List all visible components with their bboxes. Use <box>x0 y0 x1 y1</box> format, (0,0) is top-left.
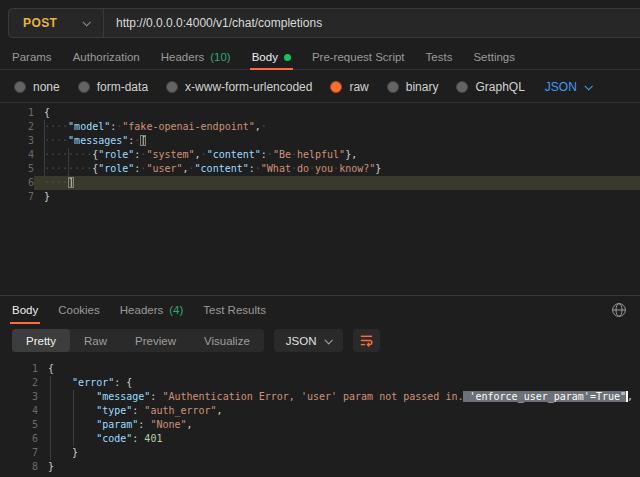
response-tab-cookies[interactable]: Cookies <box>58 296 100 323</box>
body-type-label: none <box>33 80 60 94</box>
radio-icon <box>14 81 26 93</box>
line-number: 1 <box>0 106 34 120</box>
view-pretty[interactable]: Pretty <box>12 329 70 352</box>
body-type-form-data[interactable]: form-data <box>78 80 148 94</box>
code-line[interactable]: 1{ <box>0 362 640 376</box>
chevron-down-icon <box>325 336 333 344</box>
code-text: { <box>38 362 640 376</box>
body-format-dropdown[interactable]: JSON <box>545 80 591 94</box>
code-text: "param": "None", <box>38 418 640 432</box>
code-text: "error": { <box>38 376 640 390</box>
code-line[interactable]: 1{ <box>0 106 640 120</box>
response-tab-headers[interactable]: Headers(4) <box>120 296 184 323</box>
code-line[interactable]: 8} <box>0 460 640 474</box>
code-text: ····"messages":·[ <box>34 134 640 148</box>
body-type-x-www-form-urlencoded[interactable]: x-www-form-urlencoded <box>166 80 312 94</box>
body-type-row: noneform-datax-www-form-urlencodedrawbin… <box>0 71 640 103</box>
line-number: 6 <box>0 176 34 190</box>
code-line[interactable]: 4········{"role":·"system",·"content":·"… <box>0 148 640 162</box>
request-tab-tests[interactable]: Tests <box>426 45 453 69</box>
network-globe-icon[interactable] <box>610 301 628 319</box>
line-number: 8 <box>0 460 38 474</box>
response-toolbar: PrettyRawPreviewVisualize JSON <box>12 329 628 352</box>
code-line[interactable]: 3 "message": "Authentication Error, 'use… <box>0 390 640 404</box>
body-type-label: raw <box>349 80 368 94</box>
chevron-down-icon <box>82 18 90 26</box>
code-line[interactable]: 5 "param": "None", <box>0 418 640 432</box>
response-body-editor[interactable]: 1{2 "error": {3 "message": "Authenticati… <box>0 358 640 477</box>
request-tab-settings[interactable]: Settings <box>473 45 515 69</box>
line-number: 3 <box>0 134 34 148</box>
response-code: 1{2 "error": {3 "message": "Authenticati… <box>0 362 640 474</box>
code-text: } <box>38 460 640 474</box>
code-line[interactable]: 2 "error": { <box>0 376 640 390</box>
code-text: "message": "Authentication Error, 'user'… <box>38 390 640 404</box>
line-number: 4 <box>0 148 34 162</box>
line-number: 6 <box>0 432 38 446</box>
line-number: 4 <box>0 404 38 418</box>
code-text: "type": "auth_error", <box>38 404 640 418</box>
response-section: BodyCookiesHeaders(4)Test Results Pretty… <box>0 295 640 477</box>
body-type-label: x-www-form-urlencoded <box>185 80 312 94</box>
line-number: 5 <box>0 418 38 432</box>
request-code: 1{2····"model":·"fake-openai-endpoint",·… <box>0 106 640 204</box>
wrap-text-button[interactable] <box>353 329 380 352</box>
body-type-label: GraphQL <box>475 80 524 94</box>
response-tab-test-results[interactable]: Test Results <box>203 296 266 323</box>
api-client-window: POST http://0.0.0.0:4000/v1/chat/complet… <box>0 0 640 477</box>
unsaved-dot-icon <box>284 54 291 61</box>
body-type-label: binary <box>406 80 439 94</box>
code-text: ········{"role":·"user",·"content":·"Wha… <box>34 162 640 176</box>
body-type-options: noneform-datax-www-form-urlencodedrawbin… <box>14 80 525 94</box>
radio-icon <box>166 81 178 93</box>
response-tabs: BodyCookiesHeaders(4)Test Results <box>12 296 610 323</box>
view-raw[interactable]: Raw <box>70 329 121 352</box>
request-body-editor[interactable]: 1{2····"model":·"fake-openai-endpoint",·… <box>0 104 640 295</box>
request-tab-authorization[interactable]: Authorization <box>73 45 140 69</box>
response-view-switcher: PrettyRawPreviewVisualize <box>12 329 264 352</box>
code-text: ····"model":·"fake-openai-endpoint",· <box>34 120 640 134</box>
code-line[interactable]: 5········{"role":·"user",·"content":·"Wh… <box>0 162 640 176</box>
method-label: POST <box>23 16 57 30</box>
request-tab-headers[interactable]: Headers(10) <box>161 45 231 69</box>
code-text: { <box>34 106 640 120</box>
body-type-raw[interactable]: raw <box>330 80 368 94</box>
code-line[interactable]: 7} <box>0 190 640 204</box>
body-format-label: JSON <box>545 80 577 94</box>
code-text: } <box>34 190 640 204</box>
line-number: 3 <box>0 390 38 404</box>
response-tab-body[interactable]: Body <box>12 296 38 323</box>
view-preview[interactable]: Preview <box>121 329 190 352</box>
response-tabs-row: BodyCookiesHeaders(4)Test Results <box>0 296 640 323</box>
line-number: 5 <box>0 162 34 176</box>
request-tabs: ParamsAuthorizationHeaders(10)BodyPre-re… <box>0 46 640 70</box>
view-visualize[interactable]: Visualize <box>190 329 264 352</box>
code-line[interactable]: 4 "type": "auth_error", <box>0 404 640 418</box>
url-input[interactable]: http://0.0.0.0:4000/v1/chat/completions <box>104 16 322 30</box>
wrap-text-icon <box>359 333 374 348</box>
code-text: } <box>38 446 640 460</box>
response-format-label: JSON <box>286 335 317 347</box>
code-line[interactable]: 6····] <box>0 176 640 190</box>
request-tab-params[interactable]: Params <box>12 45 52 69</box>
request-url-bar: POST http://0.0.0.0:4000/v1/chat/complet… <box>8 8 640 38</box>
radio-icon <box>330 81 342 93</box>
line-number: 7 <box>0 446 38 460</box>
code-line[interactable]: 7 } <box>0 446 640 460</box>
response-format-dropdown[interactable]: JSON <box>274 329 344 352</box>
body-type-label: form-data <box>97 80 148 94</box>
body-type-binary[interactable]: binary <box>387 80 439 94</box>
body-type-graphql[interactable]: GraphQL <box>456 80 524 94</box>
code-text: ········{"role":·"system",·"content":·"B… <box>34 148 640 162</box>
request-tab-body[interactable]: Body <box>252 45 291 69</box>
body-type-none[interactable]: none <box>14 80 60 94</box>
radio-icon <box>78 81 90 93</box>
request-tab-pre-request-script[interactable]: Pre-request Script <box>312 45 405 69</box>
code-line[interactable]: 2····"model":·"fake-openai-endpoint",· <box>0 120 640 134</box>
code-line[interactable]: 3····"messages":·[ <box>0 134 640 148</box>
radio-icon <box>456 81 468 93</box>
code-line[interactable]: 6 "code": 401 <box>0 432 640 446</box>
radio-icon <box>387 81 399 93</box>
method-dropdown[interactable]: POST <box>9 9 103 37</box>
line-number: 2 <box>0 376 38 390</box>
